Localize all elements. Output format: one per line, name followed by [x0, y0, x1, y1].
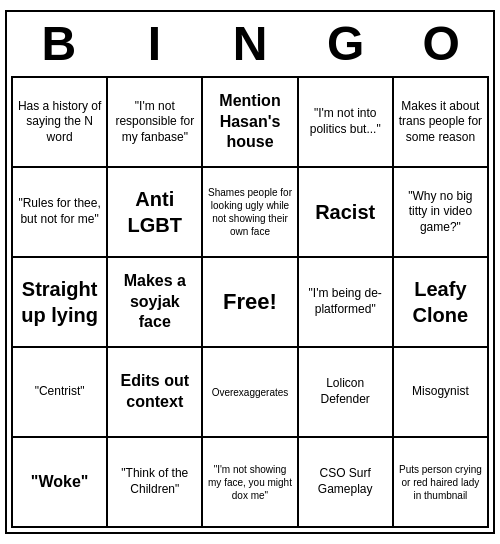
bingo-letter-i: I	[109, 20, 199, 68]
bingo-cell-24: Puts person crying or red haired lady in…	[394, 438, 489, 528]
bingo-cell-10: Straight up lying	[13, 258, 108, 348]
bingo-cell-8: Racist	[299, 168, 394, 258]
cell-text-24: Puts person crying or red haired lady in…	[398, 463, 483, 502]
bingo-grid: Has a history of saying the N word"I'm n…	[11, 76, 489, 528]
bingo-header: BINGO	[11, 16, 489, 76]
bingo-cell-18: Lolicon Defender	[299, 348, 394, 438]
bingo-letter-g: G	[301, 20, 391, 68]
cell-text-22: "I'm not showing my face, you might dox …	[207, 463, 292, 502]
bingo-cell-20: "Woke"	[13, 438, 108, 528]
cell-text-19: Misogynist	[398, 384, 483, 400]
bingo-cell-17: Overexaggerates	[203, 348, 298, 438]
cell-text-7: Shames people for looking ugly while not…	[207, 186, 292, 238]
bingo-cell-6: Anti LGBT	[108, 168, 203, 258]
bingo-cell-11: Makes a soyjak face	[108, 258, 203, 348]
bingo-cell-9: "Why no big titty in video game?"	[394, 168, 489, 258]
cell-text-6: Anti LGBT	[112, 186, 197, 238]
bingo-cell-4: Makes it about trans people for some rea…	[394, 78, 489, 168]
bingo-cell-19: Misogynist	[394, 348, 489, 438]
cell-text-13: "I'm being de-platformed"	[303, 286, 388, 317]
bingo-cell-21: "Think of the Children"	[108, 438, 203, 528]
bingo-cell-23: CSO Surf Gameplay	[299, 438, 394, 528]
cell-text-18: Lolicon Defender	[303, 376, 388, 407]
cell-text-5: "Rules for thee, but not for me"	[17, 196, 102, 227]
cell-text-0: Has a history of saying the N word	[17, 99, 102, 146]
cell-text-23: CSO Surf Gameplay	[303, 466, 388, 497]
bingo-card: BINGO Has a history of saying the N word…	[5, 10, 495, 534]
cell-text-1: "I'm not responsible for my fanbase"	[112, 99, 197, 146]
bingo-letter-n: N	[205, 20, 295, 68]
cell-text-3: "I'm not into politics but..."	[303, 106, 388, 137]
cell-text-20: "Woke"	[17, 472, 102, 493]
cell-text-4: Makes it about trans people for some rea…	[398, 99, 483, 146]
bingo-letter-b: B	[14, 20, 104, 68]
cell-text-11: Makes a soyjak face	[112, 271, 197, 333]
bingo-cell-2: Mention Hasan's house	[203, 78, 298, 168]
bingo-cell-5: "Rules for thee, but not for me"	[13, 168, 108, 258]
cell-text-9: "Why no big titty in video game?"	[398, 189, 483, 236]
cell-text-10: Straight up lying	[17, 276, 102, 328]
bingo-cell-14: Leafy Clone	[394, 258, 489, 348]
bingo-cell-3: "I'm not into politics but..."	[299, 78, 394, 168]
bingo-letter-o: O	[396, 20, 486, 68]
bingo-cell-7: Shames people for looking ugly while not…	[203, 168, 298, 258]
cell-text-16: Edits out context	[112, 371, 197, 413]
bingo-cell-0: Has a history of saying the N word	[13, 78, 108, 168]
bingo-cell-1: "I'm not responsible for my fanbase"	[108, 78, 203, 168]
cell-text-2: Mention Hasan's house	[207, 91, 292, 153]
bingo-cell-15: "Centrist"	[13, 348, 108, 438]
cell-text-21: "Think of the Children"	[112, 466, 197, 497]
cell-text-12: Free!	[207, 288, 292, 317]
cell-text-8: Racist	[303, 199, 388, 225]
cell-text-14: Leafy Clone	[398, 276, 483, 328]
cell-text-17: Overexaggerates	[207, 386, 292, 399]
bingo-cell-22: "I'm not showing my face, you might dox …	[203, 438, 298, 528]
cell-text-15: "Centrist"	[17, 384, 102, 400]
bingo-cell-16: Edits out context	[108, 348, 203, 438]
bingo-cell-12: Free!	[203, 258, 298, 348]
bingo-cell-13: "I'm being de-platformed"	[299, 258, 394, 348]
